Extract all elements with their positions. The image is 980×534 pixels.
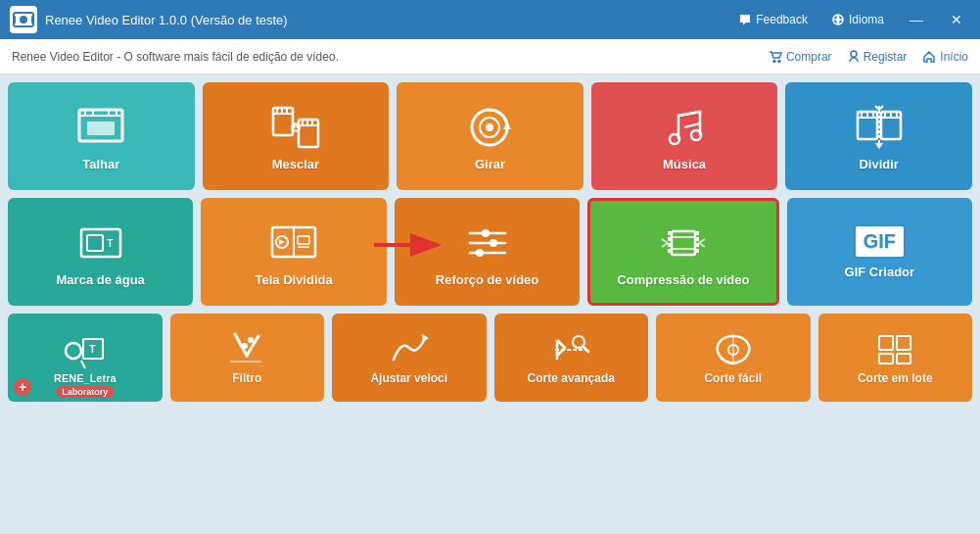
comprar-button[interactable]: Comprar <box>769 50 832 64</box>
svg-point-80 <box>66 343 81 359</box>
svg-marker-53 <box>279 239 285 245</box>
app-logo <box>10 6 37 33</box>
svg-rect-70 <box>668 249 672 253</box>
svg-marker-30 <box>503 121 511 129</box>
svg-text:+: + <box>294 124 299 133</box>
svg-point-61 <box>476 249 484 257</box>
svg-rect-74 <box>695 249 699 253</box>
svg-line-92 <box>583 346 588 352</box>
lab-badge: Laboratory <box>56 386 114 398</box>
tile-corte-avancada[interactable]: Corte avançada <box>494 314 649 402</box>
subtitle-actions: Comprar Registar Início <box>769 50 968 64</box>
tile-ajustar-veloci[interactable]: Ajustar veloci <box>332 314 487 402</box>
tile-corte-facil[interactable]: Corte fácil <box>656 314 811 402</box>
tile-musica[interactable]: Música <box>591 82 778 190</box>
svg-point-29 <box>486 123 493 131</box>
tile-compressao-video[interactable]: Compressão de vídeo <box>587 198 778 306</box>
close-button[interactable]: ✕ <box>943 10 970 29</box>
svg-line-83 <box>81 361 85 368</box>
svg-point-57 <box>482 229 490 237</box>
svg-text:T: T <box>107 237 114 249</box>
svg-rect-95 <box>879 336 893 350</box>
add-icon: + <box>14 378 31 396</box>
svg-rect-69 <box>668 243 672 247</box>
svg-rect-96 <box>897 336 910 350</box>
tile-gif-criador[interactable]: GIF GIF Criador <box>787 198 972 306</box>
feedback-button[interactable]: Feedback <box>732 11 814 28</box>
svg-rect-2 <box>13 16 16 24</box>
svg-line-76 <box>662 243 668 247</box>
gif-label: GIF <box>854 224 906 259</box>
tile-corte-em-lote[interactable]: Corte em lote <box>818 314 973 402</box>
tile-tela-dividida[interactable]: Tela Dividida <box>201 198 386 306</box>
title-bar-actions: Feedback Idioma — ✕ <box>732 10 970 29</box>
svg-rect-67 <box>668 231 672 235</box>
svg-point-6 <box>778 60 780 62</box>
svg-rect-97 <box>879 354 893 364</box>
svg-rect-73 <box>695 243 699 247</box>
idioma-button[interactable]: Idioma <box>825 11 890 28</box>
svg-point-1 <box>20 16 27 24</box>
svg-rect-14 <box>87 121 115 135</box>
tile-row-2: T Marca de água Tela Dividida <box>8 198 972 306</box>
main-area: Talhar + Mesclar <box>0 74 980 534</box>
svg-point-5 <box>773 60 775 62</box>
inicio-button[interactable]: Início <box>922 50 968 64</box>
tile-row-3: + T RENE_Letra Laboratory Filtro <box>8 314 972 402</box>
svg-point-86 <box>242 343 248 349</box>
svg-rect-98 <box>897 354 910 364</box>
svg-line-33 <box>678 112 700 116</box>
title-bar: Renee Video Editor 1.0.0 (Versão de test… <box>0 0 980 39</box>
svg-point-7 <box>851 51 857 57</box>
app-title: Renee Video Editor 1.0.0 (Versão de test… <box>45 13 732 27</box>
svg-rect-54 <box>298 236 309 244</box>
tile-row-1: Talhar + Mesclar <box>8 82 972 190</box>
svg-text:T: T <box>89 343 96 355</box>
tile-talhar[interactable]: Talhar <box>8 82 195 190</box>
svg-marker-46 <box>875 143 883 149</box>
svg-line-34 <box>684 123 700 127</box>
svg-point-87 <box>248 337 254 343</box>
tile-mesclar[interactable]: + Mesclar <box>203 82 390 190</box>
tile-reforco-video[interactable]: Reforço de vídeo <box>395 198 580 306</box>
minimize-button[interactable]: — <box>902 10 931 29</box>
svg-rect-68 <box>668 237 672 241</box>
svg-rect-48 <box>87 235 103 251</box>
tile-filtro[interactable]: Filtro <box>170 314 325 402</box>
subtitle-bar: Renee Video Editor - O software mais fác… <box>0 39 980 74</box>
svg-rect-71 <box>695 231 699 235</box>
svg-rect-3 <box>31 16 34 24</box>
svg-rect-72 <box>695 237 699 241</box>
subtitle-text: Renee Video Editor - O software mais fác… <box>12 50 769 64</box>
tile-marca-dagua[interactable]: T Marca de água <box>8 198 193 306</box>
svg-marker-89 <box>422 334 429 342</box>
registar-button[interactable]: Registar <box>848 50 908 64</box>
tile-dividir[interactable]: Dividir <box>785 82 972 190</box>
svg-point-59 <box>490 239 497 247</box>
tile-rene-letra[interactable]: + T RENE_Letra Laboratory <box>8 314 163 402</box>
svg-line-78 <box>699 243 705 247</box>
svg-rect-62 <box>672 231 695 255</box>
tile-girar[interactable]: Girar <box>397 82 583 190</box>
